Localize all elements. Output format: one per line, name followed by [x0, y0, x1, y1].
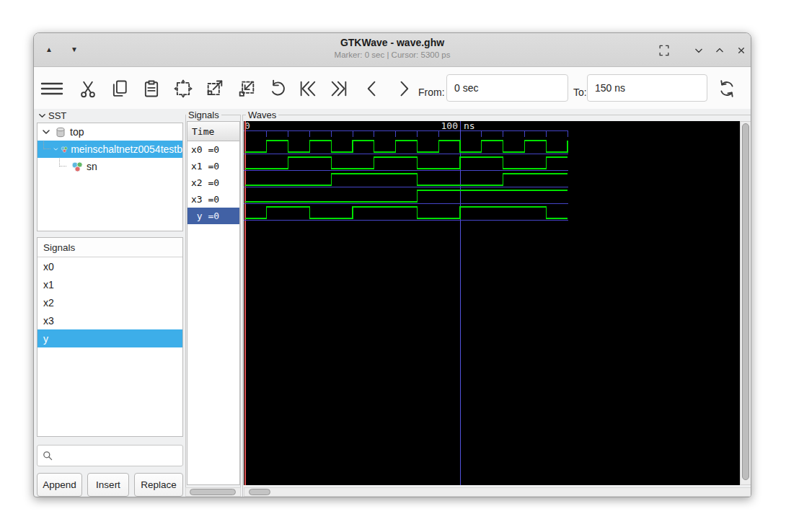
shade-down-icon[interactable]: ▼	[68, 43, 81, 56]
value-row-x1[interactable]: x1 =0	[187, 158, 239, 174]
reload-icon[interactable]	[717, 79, 737, 99]
minimize-icon[interactable]	[692, 43, 706, 58]
go-forward-icon[interactable]	[394, 79, 414, 99]
signal-item-x3[interactable]: x3	[37, 311, 182, 329]
expander-icon[interactable]	[42, 128, 50, 136]
values-panel: Time x0 =0 x1 =0 x2 =0 x3 =0 y =0	[187, 121, 240, 485]
fullscreen-icon[interactable]	[657, 43, 671, 58]
gtkwave-window: ▲ ▼ GTKWave - wave.ghw Marker: 0 sec | C…	[33, 32, 751, 497]
module-icon	[61, 143, 68, 156]
values-hscrollbar[interactable]	[185, 487, 241, 497]
paste-icon[interactable]	[141, 79, 162, 99]
tree-node-label: meinschaltnetz0054testb	[71, 143, 182, 155]
copy-icon[interactable]	[110, 79, 130, 99]
tree-connector	[43, 141, 50, 149]
go-back-icon[interactable]	[362, 79, 382, 99]
marker-cursor-status: Marker: 0 sec | Cursor: 5300 ps	[178, 50, 606, 59]
tree-node-meinschaltnetz[interactable]: meinschaltnetz0054testb	[37, 141, 182, 158]
waves-vscrollbar-thumb[interactable]	[742, 123, 749, 480]
tree-node-label: sn	[87, 161, 97, 172]
value-row-x2[interactable]: x2 =0	[187, 174, 239, 191]
signal-item-y[interactable]: y	[37, 329, 182, 347]
signals-list: Signals x0 x1 x2 x3 y	[37, 237, 183, 437]
sst-header[interactable]: SST	[38, 110, 66, 121]
maximize-icon[interactable]	[712, 43, 727, 58]
cylinder-icon	[55, 126, 66, 138]
zoom-fit-icon[interactable]	[173, 79, 193, 99]
menu-icon[interactable]	[40, 79, 65, 99]
sst-expander-icon	[38, 112, 46, 120]
undo-icon[interactable]	[268, 79, 288, 99]
to-label: To:	[573, 87, 587, 98]
module-icon	[71, 161, 84, 173]
tree-connector	[59, 158, 66, 167]
value-row-x0[interactable]: x0 =0	[187, 141, 239, 158]
values-frame-label: Signals	[186, 110, 221, 120]
waves-vscrollbar[interactable]	[740, 121, 751, 485]
close-icon[interactable]	[734, 43, 749, 58]
value-row-y[interactable]: y =0	[187, 208, 239, 224]
wave-canvas[interactable]: 0100ns	[244, 121, 740, 485]
to-input[interactable]	[587, 74, 707, 102]
zoom-in-icon[interactable]	[205, 79, 225, 99]
tree-node-top[interactable]: top	[37, 123, 182, 141]
waveform-plot: 0100ns	[244, 121, 740, 485]
from-label: From:	[418, 87, 445, 98]
toolbar: From: To:	[34, 67, 751, 109]
tree-node-sn[interactable]: sn	[37, 158, 182, 175]
signals-list-header: Signals	[37, 238, 182, 257]
waves-hscrollbar[interactable]	[244, 487, 751, 497]
tree-node-label: top	[70, 126, 84, 138]
zoom-out-icon[interactable]	[237, 79, 257, 99]
signal-item-x1[interactable]: x1	[37, 275, 182, 293]
svg-text:100: 100	[441, 121, 458, 131]
signal-item-x2[interactable]: x2	[37, 293, 182, 311]
values-hscrollbar-thumb[interactable]	[190, 489, 236, 495]
svg-text:ns: ns	[464, 121, 475, 131]
value-row-x3[interactable]: x3 =0	[187, 191, 239, 208]
search-icon	[42, 450, 53, 461]
time-header[interactable]: Time	[187, 122, 239, 141]
signal-item-x0[interactable]: x0	[37, 257, 182, 275]
go-start-icon[interactable]	[298, 79, 318, 99]
window-title: GTKWave - wave.ghw	[178, 37, 606, 48]
titlebar: ▲ ▼ GTKWave - wave.ghw Marker: 0 sec | C…	[34, 33, 751, 67]
insert-button[interactable]: Insert	[87, 473, 129, 497]
waves-frame-label: Waves	[246, 110, 278, 120]
replace-button[interactable]: Replace	[134, 473, 183, 497]
from-input[interactable]	[446, 74, 568, 102]
cut-icon[interactable]	[78, 79, 98, 99]
signal-search[interactable]	[37, 445, 183, 466]
append-button[interactable]: Append	[37, 473, 82, 497]
shade-up-icon[interactable]: ▲	[43, 43, 56, 56]
sst-tree: top meinschaltnetz0054testb sn	[37, 123, 183, 231]
go-end-icon[interactable]	[329, 79, 349, 99]
waves-hscrollbar-thumb[interactable]	[249, 489, 270, 495]
expander-icon[interactable]	[53, 145, 58, 154]
search-input[interactable]	[56, 450, 182, 462]
